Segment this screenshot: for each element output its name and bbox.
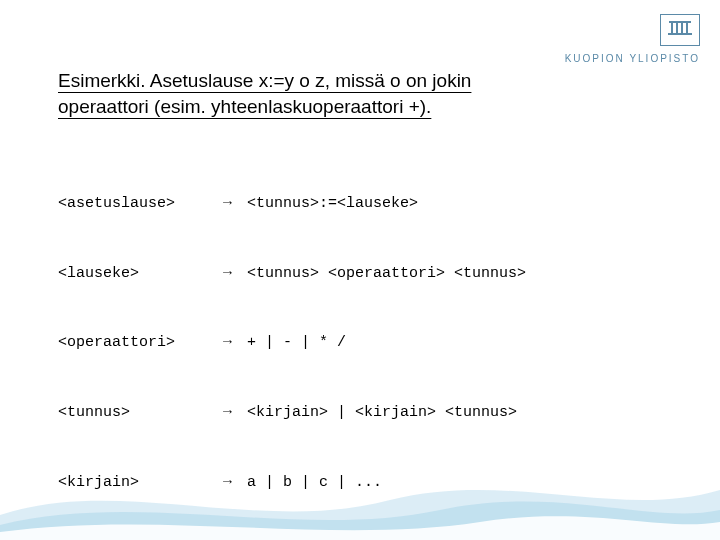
rule-arrow: → — [223, 262, 247, 285]
svg-rect-3 — [681, 23, 683, 33]
rule-right: <tunnus>:=<lauseke> — [247, 192, 662, 215]
svg-rect-1 — [671, 23, 673, 33]
grammar-row: <operaattori> → + | - | * / — [58, 331, 662, 354]
svg-rect-2 — [676, 23, 678, 33]
rule-right: + | - | * / — [247, 331, 662, 354]
grammar-rules: <asetuslause> → <tunnus>:=<lauseke> <lau… — [58, 145, 662, 540]
svg-rect-4 — [686, 23, 688, 33]
grammar-row: <asetuslause> → <tunnus>:=<lauseke> — [58, 192, 662, 215]
grammar-row: <tunnus> → <kirjain> | <kirjain> <tunnus… — [58, 401, 662, 424]
title-line-1: Esimerkki. Asetuslause x:=y o z, missä o… — [58, 70, 471, 91]
grammar-row: <kirjain> → a | b | c | ... — [58, 471, 662, 494]
rule-arrow: → — [223, 401, 247, 424]
rule-right: <kirjain> | <kirjain> <tunnus> — [247, 401, 662, 424]
rule-right: <tunnus> <operaattori> <tunnus> — [247, 262, 662, 285]
slide-title: Esimerkki. Asetuslause x:=y o z, missä o… — [58, 68, 662, 119]
rule-arrow: → — [223, 331, 247, 354]
rule-left: <lauseke> — [58, 262, 223, 285]
svg-rect-0 — [668, 33, 692, 35]
logo-mark — [660, 14, 700, 46]
rule-left: <operaattori> — [58, 331, 223, 354]
grammar-row: <lauseke> → <tunnus> <operaattori> <tunn… — [58, 262, 662, 285]
title-line-2: operaattori (esim. yhteenlaskuoperaattor… — [58, 96, 431, 117]
brand-logo: KUOPION YLIOPISTO — [530, 14, 700, 66]
svg-rect-5 — [669, 21, 691, 23]
rule-right: a | b | c | ... — [247, 471, 662, 494]
rule-left: <kirjain> — [58, 471, 223, 494]
pillar-icon — [667, 19, 693, 39]
rule-left: <tunnus> — [58, 401, 223, 424]
rule-left: <asetuslause> — [58, 192, 223, 215]
rule-arrow: → — [223, 192, 247, 215]
rule-arrow: → — [223, 471, 247, 494]
logo-text: KUOPION YLIOPISTO — [565, 53, 700, 64]
